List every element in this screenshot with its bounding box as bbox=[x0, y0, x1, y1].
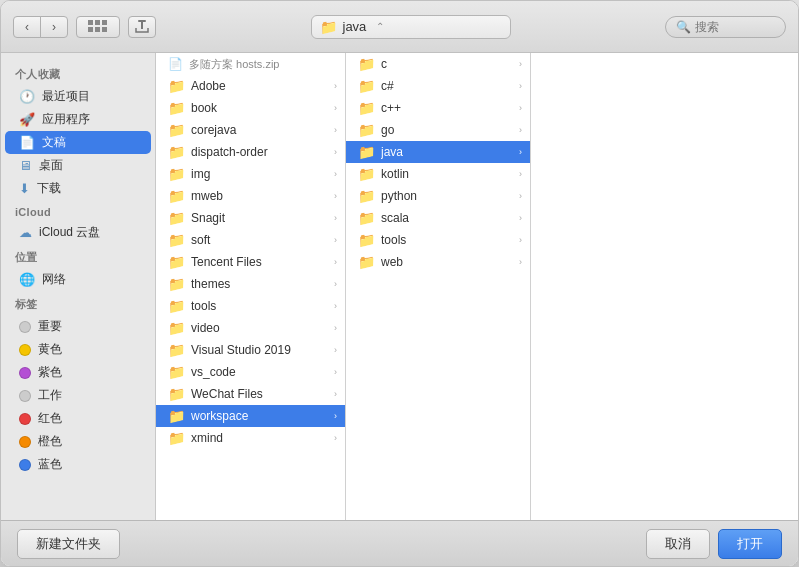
folder-icon: 📁 bbox=[168, 166, 185, 182]
content-area: 个人收藏 🕐 最近项目 🚀 应用程序 📄 文稿 🖥 桌面 ⬇ 下载 bbox=[1, 53, 798, 520]
sidebar-item-label: 下载 bbox=[37, 180, 61, 197]
folder-icon: 📁 bbox=[168, 364, 185, 380]
list-item[interactable]: 📁 Adobe › bbox=[156, 75, 345, 97]
folder-icon: 📁 bbox=[168, 188, 185, 204]
folder-icon: 📁 bbox=[168, 210, 185, 226]
open-button[interactable]: 打开 bbox=[718, 529, 782, 559]
chevron-right-icon: › bbox=[334, 345, 337, 355]
item-name: themes bbox=[191, 277, 328, 291]
apps-icon: 🚀 bbox=[19, 112, 35, 127]
chevron-right-icon: › bbox=[519, 257, 522, 267]
forward-button[interactable]: › bbox=[40, 16, 68, 38]
list-item[interactable]: 📁 c++ › bbox=[346, 97, 530, 119]
column-1: 📄 多随方案 hosts.zip 📁 Adobe › 📁 book › 📁 co… bbox=[156, 53, 346, 520]
view-toggle-button[interactable] bbox=[76, 16, 120, 38]
location-bar[interactable]: 📁 java ⌃ bbox=[311, 15, 511, 39]
file-icon: 📄 bbox=[168, 57, 183, 71]
list-item[interactable]: 📁 c › bbox=[346, 53, 530, 75]
sidebar-item-network[interactable]: 🌐 网络 bbox=[5, 268, 151, 291]
sidebar-item-tag-purple[interactable]: 紫色 bbox=[5, 361, 151, 384]
list-item[interactable]: 📁 c# › bbox=[346, 75, 530, 97]
sidebar-item-tag-blue[interactable]: 蓝色 bbox=[5, 453, 151, 476]
list-item[interactable]: 📄 多随方案 hosts.zip bbox=[156, 53, 345, 75]
back-button[interactable]: ‹ bbox=[13, 16, 41, 38]
list-item[interactable]: 📁 dispatch-order › bbox=[156, 141, 345, 163]
recent-icon: 🕐 bbox=[19, 89, 35, 104]
list-item[interactable]: 📁 web › bbox=[346, 251, 530, 273]
folder-icon: 📁 bbox=[358, 232, 375, 248]
item-name: video bbox=[191, 321, 328, 335]
list-item[interactable]: 📁 tools › bbox=[156, 295, 345, 317]
sidebar-item-icloud[interactable]: ☁ iCloud 云盘 bbox=[5, 221, 151, 244]
action-button[interactable] bbox=[128, 16, 156, 38]
item-name: Adobe bbox=[191, 79, 328, 93]
list-item[interactable]: 📁 xmind › bbox=[156, 427, 345, 449]
chevron-right-icon: › bbox=[519, 213, 522, 223]
list-item[interactable]: 📁 scala › bbox=[346, 207, 530, 229]
folder-icon: 📁 bbox=[168, 144, 185, 160]
chevron-right-icon: › bbox=[334, 279, 337, 289]
sidebar-item-recent[interactable]: 🕐 最近项目 bbox=[5, 85, 151, 108]
sidebar-item-tag-orange[interactable]: 橙色 bbox=[5, 430, 151, 453]
item-name: corejava bbox=[191, 123, 328, 137]
svg-rect-1 bbox=[95, 20, 100, 25]
location-dropdown-icon: ⌃ bbox=[376, 21, 384, 32]
chevron-right-icon: › bbox=[334, 169, 337, 179]
folder-icon: 📁 bbox=[358, 144, 375, 160]
item-name: c++ bbox=[381, 101, 513, 115]
sidebar-item-tag-work[interactable]: 工作 bbox=[5, 384, 151, 407]
folder-icon: 📁 bbox=[168, 78, 185, 94]
sidebar-item-apps[interactable]: 🚀 应用程序 bbox=[5, 108, 151, 131]
sidebar-item-tag-yellow[interactable]: 黄色 bbox=[5, 338, 151, 361]
cancel-button[interactable]: 取消 bbox=[646, 529, 710, 559]
item-name: c bbox=[381, 57, 513, 71]
item-name: tools bbox=[191, 299, 328, 313]
list-item[interactable]: 📁 vs_code › bbox=[156, 361, 345, 383]
list-item[interactable]: 📁 java › bbox=[346, 141, 530, 163]
list-item[interactable]: 📁 python › bbox=[346, 185, 530, 207]
list-item[interactable]: 📁 tools › bbox=[346, 229, 530, 251]
item-name: go bbox=[381, 123, 513, 137]
folder-icon: 📁 bbox=[168, 254, 185, 270]
chevron-right-icon: › bbox=[334, 191, 337, 201]
list-item[interactable]: 📁 soft › bbox=[156, 229, 345, 251]
list-item[interactable]: 📁 workspace › bbox=[156, 405, 345, 427]
list-item[interactable]: 📁 themes › bbox=[156, 273, 345, 295]
chevron-right-icon: › bbox=[334, 367, 337, 377]
sidebar-item-docs[interactable]: 📄 文稿 bbox=[5, 131, 151, 154]
search-input[interactable] bbox=[695, 20, 775, 34]
titlebar: ‹ › 📁 java ⌃ bbox=[1, 1, 798, 53]
sidebar-item-downloads[interactable]: ⬇ 下载 bbox=[5, 177, 151, 200]
list-item[interactable]: 📁 Snagit › bbox=[156, 207, 345, 229]
search-box[interactable]: 🔍 bbox=[665, 16, 786, 38]
list-item[interactable]: 📁 corejava › bbox=[156, 119, 345, 141]
item-name: tools bbox=[381, 233, 513, 247]
chevron-right-icon: › bbox=[334, 389, 337, 399]
list-item[interactable]: 📁 kotlin › bbox=[346, 163, 530, 185]
list-item[interactable]: 📁 Tencent Files › bbox=[156, 251, 345, 273]
sidebar-item-label: 桌面 bbox=[39, 157, 63, 174]
tag-dot-purple bbox=[19, 367, 31, 379]
new-folder-button[interactable]: 新建文件夹 bbox=[17, 529, 120, 559]
sidebar-item-tag-important[interactable]: 重要 bbox=[5, 315, 151, 338]
titlebar-center: 📁 java ⌃ bbox=[164, 15, 657, 39]
list-item[interactable]: 📁 video › bbox=[156, 317, 345, 339]
chevron-right-icon: › bbox=[519, 59, 522, 69]
chevron-right-icon: › bbox=[334, 301, 337, 311]
list-item[interactable]: 📁 go › bbox=[346, 119, 530, 141]
sidebar-item-tag-red[interactable]: 红色 bbox=[5, 407, 151, 430]
finder-window: ‹ › 📁 java ⌃ bbox=[0, 0, 799, 567]
sidebar-item-desktop[interactable]: 🖥 桌面 bbox=[5, 154, 151, 177]
chevron-right-icon: › bbox=[519, 191, 522, 201]
list-item[interactable]: 📁 mweb › bbox=[156, 185, 345, 207]
list-item[interactable]: 📁 book › bbox=[156, 97, 345, 119]
folder-icon: 📁 bbox=[168, 232, 185, 248]
list-item[interactable]: 📁 img › bbox=[156, 163, 345, 185]
sidebar-item-label: 网络 bbox=[42, 271, 66, 288]
docs-icon: 📄 bbox=[19, 135, 35, 150]
chevron-right-icon: › bbox=[334, 433, 337, 443]
item-name: python bbox=[381, 189, 513, 203]
list-item[interactable]: 📁 WeChat Files › bbox=[156, 383, 345, 405]
list-item[interactable]: 📁 Visual Studio 2019 › bbox=[156, 339, 345, 361]
tag-dot-blue bbox=[19, 459, 31, 471]
